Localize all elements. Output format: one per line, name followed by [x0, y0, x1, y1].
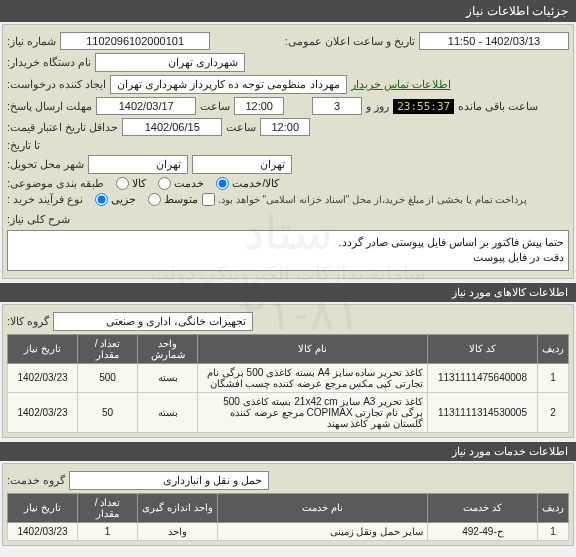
services-table: ردیف کد خدمت نام خدمت واحد اندازه گیری ت…	[7, 493, 569, 541]
announce-dt-label: تاریخ و ساعت اعلان عمومی:	[285, 35, 415, 48]
proc-partial-input[interactable]	[95, 193, 108, 206]
goods-th-qty: تعداد / مقدار	[78, 334, 138, 363]
payment-note-check[interactable]: پرداخت تمام یا بخشی از مبلغ خرید،از محل …	[202, 193, 527, 206]
org-name-field: شهرداری تهران	[95, 53, 245, 72]
services-panel: گروه خدمت: حمل و نقل و انبارداری ردیف کد…	[2, 463, 574, 546]
desc-line-1: حتما پیش فاکتور بر اساس فایل پیوستی صادر…	[12, 235, 564, 250]
table-row: 1 1131111475640008 کاغذ تحریر ساده سایز …	[8, 363, 569, 392]
category-label: طبقه بندی موضوعی:	[7, 177, 104, 190]
contact-info-link[interactable]: اطلاعات تماس خریدار	[351, 78, 451, 91]
need-no-field: 1102096102000101	[60, 32, 210, 50]
page-header: جزئیات اطلاعات نیاز	[0, 0, 576, 22]
goods-group-value: تجهیزات خانگی، اداری و صنعتی	[53, 312, 253, 331]
svc-th-code: کد خدمت	[428, 493, 538, 522]
announce-dt-field: 1402/03/13 - 11:50	[419, 32, 569, 50]
goods-th-date: تاریخ نیاز	[8, 334, 78, 363]
svc-th-name: نام خدمت	[218, 493, 428, 522]
send-deadline-date: 1402/03/17	[96, 97, 196, 115]
time-label-1: ساعت	[200, 100, 230, 113]
to-date-label: تا تاریخ:	[7, 139, 40, 152]
svc-th-idx: ردیف	[538, 493, 569, 522]
remain-suffix: ساعت باقی مانده	[458, 100, 538, 113]
proc-medium-input[interactable]	[148, 193, 161, 206]
remain-days-label: روز و	[366, 100, 389, 113]
process-label: نوع فرآیند خرید :	[7, 193, 83, 206]
org-name-label: نام دستگاه خریدار:	[7, 56, 91, 69]
goods-table: ردیف کد کالا نام کالا واحد شمارش تعداد /…	[7, 334, 569, 433]
goods-th-name: نام کالا	[198, 334, 428, 363]
goods-th-code: کد کالا	[428, 334, 538, 363]
payment-note-checkbox[interactable]	[202, 193, 215, 206]
need-no-label: شماره نیاز:	[7, 35, 56, 48]
proc-partial-radio[interactable]: جزیی	[95, 193, 136, 206]
cat-service-radio[interactable]: خدمت	[158, 177, 204, 190]
svc-th-date: تاریخ نیاز	[8, 493, 78, 522]
remain-days: 3	[312, 97, 362, 115]
cat-goods-radio[interactable]: کالا	[116, 177, 146, 190]
svc-th-unit: واحد اندازه گیری	[138, 493, 218, 522]
svc-th-qty: تعداد / مقدار	[78, 493, 138, 522]
valid-min-date: 1402/06/15	[122, 118, 222, 136]
valid-min-label: حداقل تاریخ اعتبار قیمت:	[7, 121, 118, 134]
proc-medium-radio[interactable]: متوسط	[148, 193, 198, 206]
requester-label: ایجاد کننده درخواست:	[7, 78, 106, 91]
goods-th-unit: واحد شمارش	[138, 334, 198, 363]
send-deadline-time: 12:00	[234, 97, 284, 115]
page-title: جزئیات اطلاعات نیاز	[466, 4, 568, 18]
table-row: 1 ح-49-492 سایر حمل ونقل زمینی واحد 1 14…	[8, 522, 569, 540]
cat-service-input[interactable]	[158, 177, 171, 190]
goods-panel: گروه کالا: تجهیزات خانگی، اداری و صنعتی …	[2, 304, 574, 438]
services-group-value: حمل و نقل و انبارداری	[69, 471, 269, 490]
time-label-2: ساعت	[226, 121, 256, 134]
valid-min-time: 12:00	[260, 118, 310, 136]
desc-label: شرح کلی نیاز:	[7, 209, 70, 226]
delivery-city-1: تهران	[88, 155, 188, 174]
desc-line-2: دقت در فایل پیوست	[12, 250, 564, 265]
services-group-label: گروه خدمت:	[7, 474, 65, 487]
goods-section-header: اطلاعات کالاهای مورد نیاز	[0, 283, 576, 302]
main-info-panel: شماره نیاز: 1102096102000101 تاریخ و ساع…	[2, 24, 574, 279]
cat-both-input[interactable]	[216, 177, 229, 190]
requester-field: مهرداد منظومی توجه ده کارپرداز شهرداری ت…	[110, 75, 346, 94]
desc-box: حتما پیش فاکتور بر اساس فایل پیوستی صادر…	[7, 230, 569, 271]
cat-goods-input[interactable]	[116, 177, 129, 190]
countdown-timer: 23:55:37	[393, 99, 454, 114]
goods-group-label: گروه کالا:	[7, 315, 49, 328]
delivery-city-label: شهر محل تحویل:	[7, 158, 84, 171]
services-section-header: اطلاعات خدمات مورد نیاز	[0, 442, 576, 461]
cat-both-radio[interactable]: کالا/خدمت	[216, 177, 279, 190]
send-deadline-label: مهلت ارسال پاسخ:	[7, 100, 92, 113]
goods-th-idx: ردیف	[538, 334, 569, 363]
delivery-city-2: تهران	[192, 155, 292, 174]
table-row: 2 1131111314530005 کاغذ تحریر A3 سایز 21…	[8, 392, 569, 432]
